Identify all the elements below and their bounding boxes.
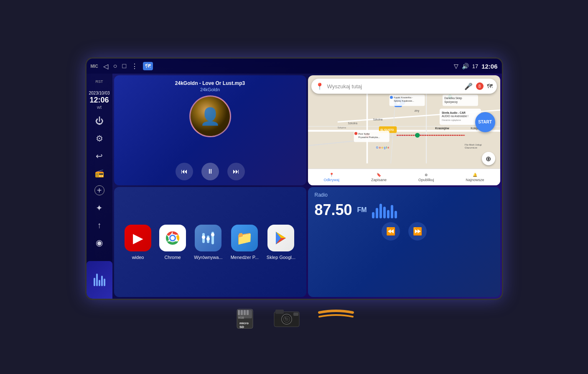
app-icon-playstore[interactable]: Sklep Googl... (267, 225, 295, 260)
add-button[interactable]: + (93, 184, 106, 198)
svg-text:Piotr Keller: Piotr Keller (358, 133, 370, 135)
bluetooth-button[interactable]: ✦ (94, 201, 104, 215)
app-icon-filemanager[interactable]: 📁 Menedżer P... (231, 225, 259, 260)
status-time: 12:06 (481, 63, 497, 70)
sidebar-day: wt (97, 105, 102, 110)
status-right: ▽ 🔊 17 12:06 (454, 63, 498, 70)
video-icon: ▶ (125, 225, 151, 251)
volume-level: 17 (472, 63, 478, 69)
map-nav-najnowsze[interactable]: 🔔 Najnowsze (466, 173, 484, 182)
maps-nav-button[interactable]: 🗺 (143, 62, 153, 70)
svg-rect-67 (275, 310, 284, 314)
radio-visualizer (372, 202, 397, 218)
power-button[interactable]: ⏻ (94, 115, 105, 128)
menu-button[interactable]: ⋮ (131, 62, 138, 70)
camera-accessory (273, 308, 300, 329)
filemanager-label: Menedżer P... (231, 255, 259, 260)
svg-text:Glazurnicze: Glazurnicze (465, 146, 477, 149)
svg-text:Szkolna: Szkolna (348, 122, 357, 125)
latest-label: Najnowsze (466, 178, 484, 182)
svg-text:8GB: 8GB (238, 316, 244, 319)
radio-freq-row: 87.50 FM (315, 201, 494, 219)
map-panel: 📍 Wyszukaj tutaj 🎤 8 🗺 (308, 75, 500, 185)
svg-point-12 (415, 133, 420, 138)
svg-text:Krasiejów: Krasiejów (435, 127, 449, 130)
map-nav-odkrywaj[interactable]: 📍 Odkrywaj (323, 173, 339, 182)
svg-text:Prywatna Praktyka...: Prywatna Praktyka... (358, 136, 380, 138)
map-nav-opublikuj[interactable]: ⊕ Opublikuj (418, 173, 434, 182)
notification-badge: 8 (476, 82, 484, 90)
svg-point-56 (211, 233, 214, 236)
radio-label: Radio (315, 192, 494, 198)
radio-vis-bar-3 (379, 204, 382, 218)
mic-label: MIC (91, 64, 98, 69)
svg-point-36 (354, 132, 357, 135)
map-nav-zapisane[interactable]: 🔖 Zapisane (371, 173, 387, 182)
power-icon: ⏻ (95, 116, 104, 126)
radio-vis-bar-2 (376, 208, 378, 218)
radio-controls: ⏪ ⏩ (315, 222, 494, 241)
music-player-panel: 24kGoldn - Love Or Lust.mp3 24kGoldn 👤 ⏮… (114, 75, 306, 185)
undo-button[interactable]: ↩ (94, 149, 104, 164)
cable-icon (317, 308, 355, 323)
app-icon-chrome[interactable]: Chrome (159, 225, 186, 260)
radio-button[interactable]: 📻 (93, 167, 106, 180)
audio-bar-1 (94, 278, 95, 286)
audio-bar-3 (99, 280, 100, 286)
map-search-bar[interactable]: 📍 Wyszukaj tutaj 🎤 8 🗺 (311, 79, 497, 94)
svg-text:Szkpina: Szkpina (337, 126, 346, 129)
recent-button[interactable]: □ (122, 62, 127, 70)
main-content: 24kGoldn - Love Or Lust.mp3 24kGoldn 👤 ⏮… (112, 74, 502, 299)
svg-text:ziny: ziny (414, 109, 419, 113)
up-button[interactable]: ↑ (96, 219, 103, 233)
my-location-button[interactable]: ⊕ (482, 152, 495, 165)
audio-bar-2 (96, 274, 98, 286)
app-icon-video[interactable]: ▶ wideo (125, 225, 151, 260)
audio-widget[interactable] (87, 261, 112, 299)
mic-search-icon[interactable]: 🎤 (464, 82, 473, 90)
up-icon: ↑ (97, 220, 102, 230)
map-layers-icon[interactable]: 🗺 (487, 83, 493, 90)
radio-next-button[interactable]: ⏩ (408, 222, 427, 241)
publish-icon: ⊕ (425, 173, 428, 177)
svg-text:Spływy Kajakowe...: Spływy Kajakowe... (394, 100, 414, 102)
wifi-icon: ▽ (454, 63, 458, 69)
svg-text:Ostatnio oglądane: Ostatnio oglądane (441, 119, 461, 121)
playstore-icon (267, 225, 294, 251)
undo-icon: ↩ (96, 151, 103, 161)
svg-text:Kajaki Krasieńka -: Kajaki Krasieńka - (394, 96, 413, 99)
home-button[interactable]: ○ (113, 62, 117, 70)
album-art: 👤 (189, 95, 231, 137)
prev-track-button[interactable]: ⏮ (176, 163, 193, 180)
audio-bar-5 (104, 279, 105, 286)
svg-text:Strefa Audio - CAR: Strefa Audio - CAR (441, 111, 465, 114)
svg-point-55 (206, 237, 210, 241)
svg-rect-72 (293, 313, 298, 316)
settings-button[interactable]: ⚙ (94, 132, 105, 146)
radio-vis-bar-5 (387, 210, 389, 218)
svg-text:Danielka Sklep: Danielka Sklep (444, 97, 462, 100)
svg-rect-63 (244, 310, 246, 315)
add-icon: + (94, 185, 104, 195)
device-screen: MIC ◁ ○ □ ⋮ 🗺 ▽ 🔊 17 12:06 RST 2023/10/0… (85, 57, 503, 300)
back-button[interactable]: ◁ (103, 62, 108, 70)
radio-prev-button[interactable]: ⏪ (382, 222, 400, 241)
location-button[interactable]: ◉ (94, 236, 104, 250)
equalizer-label: Wyrównywa... (194, 255, 222, 260)
next-track-button[interactable]: ⏭ (227, 163, 245, 180)
svg-text:micro: micro (239, 321, 249, 325)
sd-card-accessory: micro SD 8GB (234, 308, 257, 329)
sd-card-icon: micro SD 8GB (234, 308, 257, 329)
apps-panel: ▶ wideo (114, 187, 306, 297)
app-icon-equalizer[interactable]: Wyrównywa... (194, 225, 222, 260)
map-bottom-bar: 📍 Odkrywaj 🔖 Zapisane ⊕ Opublikuj 🔔 Najn… (308, 169, 500, 185)
location-icon: ◉ (96, 238, 103, 248)
radio-vis-bar-1 (372, 212, 374, 218)
svg-text:G: G (376, 146, 378, 149)
map-search-text[interactable]: Wyszukaj tutaj (327, 83, 461, 90)
svg-text:e: e (387, 146, 389, 149)
svg-rect-62 (241, 310, 243, 315)
rst-label: RST (94, 78, 105, 85)
start-button[interactable]: START (475, 112, 495, 132)
play-pause-button[interactable]: ⏸ (201, 163, 219, 180)
